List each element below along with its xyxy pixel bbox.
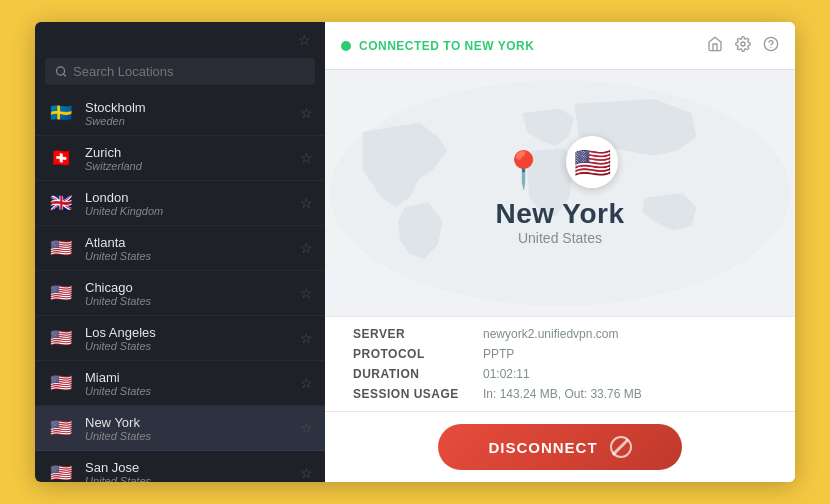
item-text: Stockholm Sweden <box>85 100 290 127</box>
star-icon[interactable]: ☆ <box>300 330 313 346</box>
no-symbol-icon <box>610 436 632 458</box>
city-name: New York <box>495 198 624 230</box>
location-list: 🇸🇪 Stockholm Sweden ☆ 🇨🇭 Zurich Switzerl… <box>35 91 325 482</box>
item-name: Chicago <box>85 280 290 295</box>
item-country: United States <box>85 295 290 307</box>
item-name: Atlanta <box>85 235 290 250</box>
item-text: Los Angeles United States <box>85 325 290 352</box>
list-item[interactable]: 🇺🇸 San Jose United States ☆ <box>35 451 325 482</box>
item-country: United States <box>85 475 290 483</box>
item-text: San Jose United States <box>85 460 290 483</box>
disconnect-row: DISCONNECT <box>325 411 795 482</box>
star-icon[interactable]: ☆ <box>300 150 313 166</box>
star-icon[interactable]: ☆ <box>300 375 313 391</box>
help-icon[interactable] <box>763 36 779 56</box>
item-country: United States <box>85 250 290 262</box>
flag-icon: 🇺🇸 <box>47 414 75 442</box>
flag-icon: 🇺🇸 <box>47 369 75 397</box>
server-value: newyork2.unifiedvpn.com <box>483 327 767 341</box>
flag-icon: 🇬🇧 <box>47 189 75 217</box>
search-bar[interactable] <box>45 58 315 85</box>
item-name: New York <box>85 415 290 430</box>
flag-icon: 🇺🇸 <box>47 459 75 482</box>
item-country: Sweden <box>85 115 290 127</box>
flag-icon: 🇺🇸 <box>47 234 75 262</box>
item-text: Zurich Switzerland <box>85 145 290 172</box>
item-text: London United Kingdom <box>85 190 290 217</box>
settings-icon[interactable] <box>735 36 751 56</box>
search-input[interactable] <box>73 64 305 79</box>
disconnect-button[interactable]: DISCONNECT <box>438 424 681 470</box>
info-panel: SERVER newyork2.unifiedvpn.com PROTOCOL … <box>325 316 795 411</box>
item-text: Atlanta United States <box>85 235 290 262</box>
list-item[interactable]: 🇺🇸 Los Angeles United States ☆ <box>35 316 325 361</box>
star-icon[interactable]: ☆ <box>300 420 313 436</box>
item-text: New York United States <box>85 415 290 442</box>
item-country: United States <box>85 385 290 397</box>
svg-line-1 <box>63 74 65 76</box>
info-grid: SERVER newyork2.unifiedvpn.com PROTOCOL … <box>353 327 767 401</box>
list-item[interactable]: 🇺🇸 Atlanta United States ☆ <box>35 226 325 271</box>
star-icon[interactable]: ☆ <box>300 285 313 301</box>
connected-status: CONNECTED TO NEW YORK <box>359 39 534 53</box>
list-item[interactable]: 🇺🇸 Miami United States ☆ <box>35 361 325 406</box>
duration-value: 01:02:11 <box>483 367 767 381</box>
flag-icon: 🇨🇭 <box>47 144 75 172</box>
protocol-value: PPTP <box>483 347 767 361</box>
star-icon[interactable]: ☆ <box>300 195 313 211</box>
item-country: Switzerland <box>85 160 290 172</box>
server-label: SERVER <box>353 327 483 341</box>
svg-point-2 <box>741 42 745 46</box>
list-item[interactable]: 🇸🇪 Stockholm Sweden ☆ <box>35 91 325 136</box>
star-icon[interactable]: ☆ <box>300 105 313 121</box>
map-area: 📍 🇺🇸 New York United States <box>325 70 795 316</box>
list-item[interactable]: 🇺🇸 New York United States ☆ <box>35 406 325 451</box>
star-icon[interactable]: ☆ <box>300 465 313 481</box>
list-item[interactable]: 🇨🇭 Zurich Switzerland ☆ <box>35 136 325 181</box>
item-country: United States <box>85 430 290 442</box>
item-name: Stockholm <box>85 100 290 115</box>
flag-icon: 🇺🇸 <box>47 279 75 307</box>
item-name: Zurich <box>85 145 290 160</box>
country-flag-circle: 🇺🇸 <box>566 136 618 188</box>
list-item[interactable]: 🇬🇧 London United Kingdom ☆ <box>35 181 325 226</box>
main-panel: CONNECTED TO NEW YORK <box>325 22 795 482</box>
flag-icon: 🇸🇪 <box>47 99 75 127</box>
country-name: United States <box>518 230 602 246</box>
pin-flag-row: 📍 🇺🇸 <box>501 136 618 188</box>
item-name: Miami <box>85 370 290 385</box>
item-name: London <box>85 190 290 205</box>
connected-badge: CONNECTED TO NEW YORK <box>341 39 534 53</box>
top-icons <box>707 36 779 56</box>
flag-icon: 🇺🇸 <box>47 324 75 352</box>
duration-label: DURATION <box>353 367 483 381</box>
sidebar-star-icon[interactable]: ☆ <box>298 32 311 48</box>
sidebar: ☆ 🇸🇪 Stockholm Sweden ☆ 🇨🇭 Zurich Switze… <box>35 22 325 482</box>
search-icon <box>55 65 67 78</box>
session-value: In: 143.24 MB, Out: 33.76 MB <box>483 387 767 401</box>
item-country: United States <box>85 340 290 352</box>
item-country: United Kingdom <box>85 205 290 217</box>
item-text: Chicago United States <box>85 280 290 307</box>
location-pin-icon: 📍 <box>501 152 546 188</box>
green-dot-icon <box>341 41 351 51</box>
sidebar-header: ☆ <box>35 22 325 54</box>
star-icon[interactable]: ☆ <box>300 240 313 256</box>
item-name: San Jose <box>85 460 290 475</box>
disconnect-label: DISCONNECT <box>488 439 597 456</box>
item-text: Miami United States <box>85 370 290 397</box>
top-bar: CONNECTED TO NEW YORK <box>325 22 795 70</box>
app-window: ☆ 🇸🇪 Stockholm Sweden ☆ 🇨🇭 Zurich Switze… <box>35 22 795 482</box>
map-content: 📍 🇺🇸 New York United States <box>495 126 624 260</box>
protocol-label: PROTOCOL <box>353 347 483 361</box>
home-icon[interactable] <box>707 36 723 56</box>
list-item[interactable]: 🇺🇸 Chicago United States ☆ <box>35 271 325 316</box>
item-name: Los Angeles <box>85 325 290 340</box>
session-label: SESSION USAGE <box>353 387 483 401</box>
